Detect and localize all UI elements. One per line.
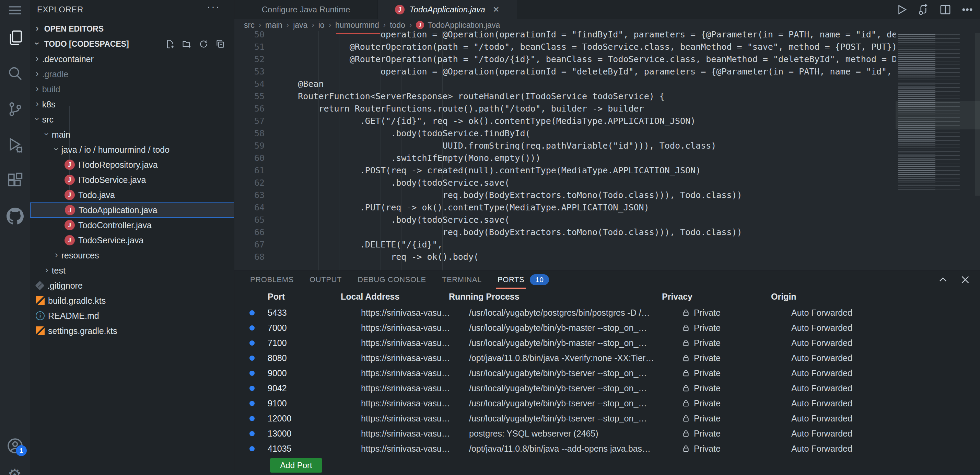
account-button[interactable]: 1 (0, 431, 30, 461)
more-actions-icon[interactable] (961, 4, 973, 16)
sidebar-item-extensions[interactable] (0, 166, 30, 196)
code-line: 57 .GET("/{id}", req -> ok().contentType… (234, 115, 980, 128)
add-port-button[interactable]: Add Port (270, 458, 322, 473)
port-row[interactable]: 9000 https://srinivasa-vasu… /usr/local/… (234, 365, 980, 381)
section-open-editors[interactable]: › OPEN EDITORS (30, 21, 234, 37)
code-line: 64 .PUT(req -> ok().contentType(MediaTyp… (234, 201, 980, 214)
tree-item-todo-java[interactable]: JTodo.java (30, 187, 234, 202)
local-address-link[interactable]: https://srinivasa-vasu… (361, 353, 469, 363)
lock-icon (682, 339, 690, 347)
tree-item-gradle[interactable]: ›.gradle (30, 67, 234, 82)
breadcrumb-item[interactable]: io (318, 21, 325, 30)
tree-item-itodorepository[interactable]: JITodoRepository.java (30, 157, 234, 172)
tab-configure-java-runtime[interactable]: Configure Java Runtime (234, 0, 378, 19)
port-row[interactable]: 7100 https://srinivasa-vasu… /usr/local/… (234, 335, 980, 351)
local-address-link[interactable]: https://srinivasa-vasu… (361, 429, 469, 438)
local-address-link[interactable]: https://srinivasa-vasu… (361, 308, 469, 318)
new-folder-icon[interactable] (182, 40, 191, 49)
port-status-dot (250, 325, 255, 330)
refresh-icon[interactable] (199, 40, 208, 49)
tree-item-build-gradle[interactable]: build.gradle.kts (30, 293, 234, 308)
explorer-sidebar: EXPLORER ··· › OPEN EDITORS › TODO [CODE… (30, 0, 234, 475)
scrollbar[interactable] (975, 33, 980, 196)
port-row[interactable]: 13000 https://srinivasa-vasu… postgres: … (234, 426, 980, 441)
sidebar-item-github[interactable] (0, 201, 30, 231)
port-row[interactable]: 12000 https://srinivasa-vasu… /usr/local… (234, 411, 980, 426)
new-file-icon[interactable] (165, 40, 175, 49)
minimap-slider[interactable] (896, 101, 980, 129)
github-icon (6, 208, 24, 225)
port-row[interactable]: 7000 https://srinivasa-vasu… /usr/local/… (234, 320, 980, 335)
port-row[interactable]: 9100 https://srinivasa-vasu… /usr/local/… (234, 396, 980, 411)
tree-item-readme[interactable]: iREADME.md (30, 308, 234, 323)
sidebar-item-run-debug[interactable] (0, 130, 30, 160)
local-address-link[interactable]: https://srinivasa-vasu… (361, 383, 469, 393)
hamburger-icon (7, 2, 23, 18)
tree-item-k8s[interactable]: ›k8s (30, 97, 234, 112)
code-line: 56 return RouterFunctions.route().path("… (234, 103, 980, 115)
code-line: 62 .body(todoService.save( (234, 177, 980, 189)
close-panel-icon[interactable] (960, 274, 970, 285)
tree-item-settings-gradle[interactable]: settings.gradle.kts (30, 323, 234, 338)
split-editor-icon[interactable] (940, 4, 951, 16)
menu-button[interactable] (0, 0, 30, 26)
local-address-link[interactable]: https://srinivasa-vasu… (361, 444, 469, 454)
chevron-down-icon: › (32, 42, 43, 45)
port-row[interactable]: 8080 https://srinivasa-vasu… /opt/java/1… (234, 351, 980, 365)
tree-item-java-package[interactable]: ›java / io / humourmind / todo (30, 142, 234, 157)
breadcrumb-item[interactable]: main (265, 21, 282, 30)
breadcrumb-item[interactable]: todo (390, 21, 405, 30)
code-lines: 50 operation = @Operation(operationId = … (234, 31, 980, 263)
breadcrumb-item-file[interactable]: JTodoApplication.java (416, 21, 500, 30)
local-address-link[interactable]: https://srinivasa-vasu… (361, 398, 469, 408)
panel-tab-output[interactable]: OUTPUT (310, 275, 342, 284)
close-tab-icon[interactable]: ✕ (493, 5, 500, 14)
port-row[interactable]: 41035 https://srinivasa-vasu… /opt/java/… (234, 441, 980, 456)
tree-item-resources[interactable]: ›resources (30, 248, 234, 263)
tree-item-src[interactable]: ›src (30, 112, 234, 127)
port-row[interactable]: 9042 https://srinivasa-vasu… /usr/local/… (234, 381, 980, 396)
section-project-root[interactable]: › TODO [CODESPACES] (30, 37, 234, 51)
tree-item-todocontroller[interactable]: JTodoController.java (30, 218, 234, 233)
local-address-link[interactable]: https://srinivasa-vasu… (361, 323, 469, 333)
panel-tab-terminal[interactable]: TERMINAL (442, 275, 482, 284)
search-icon (7, 65, 23, 82)
tree-item-itodoservice[interactable]: JITodoService.java (30, 172, 234, 187)
panel-tab-problems[interactable]: PROBLEMS (250, 275, 294, 284)
maximize-panel-icon[interactable] (937, 274, 948, 285)
tree-item-todoapplication-selected[interactable]: JTodoApplication.java (30, 202, 234, 218)
minimap[interactable] (896, 31, 980, 271)
sidebar-item-search[interactable] (0, 58, 30, 89)
lock-icon (682, 414, 690, 422)
sidebar-item-explorer[interactable] (0, 23, 30, 53)
local-address-link[interactable]: https://srinivasa-vasu… (361, 338, 469, 348)
tree-item-build[interactable]: ›build (30, 82, 234, 97)
tree-item-test[interactable]: ›test (30, 263, 234, 278)
local-address-link[interactable]: https://srinivasa-vasu… (361, 414, 469, 424)
collapse-all-icon[interactable] (216, 40, 225, 49)
explorer-more-actions-icon[interactable]: ··· (207, 1, 220, 12)
panel-tab-debug-console[interactable]: DEBUG CONSOLE (358, 275, 426, 284)
lock-icon (682, 384, 690, 392)
code-editor[interactable]: 50 operation = @Operation(operationId = … (234, 31, 980, 271)
explorer-title: EXPLORER (37, 5, 83, 14)
local-address-link[interactable]: https://srinivasa-vasu… (361, 368, 469, 378)
tree-item-gitignore[interactable]: .gitignore (30, 278, 234, 293)
panel-tab-ports[interactable]: PORTS10 (498, 274, 549, 285)
tab-todoapplication[interactable]: J TodoApplication.java ✕ (378, 0, 517, 19)
run-icon[interactable] (896, 4, 907, 16)
compare-changes-icon[interactable] (918, 4, 929, 16)
breadcrumb-item[interactable]: java (293, 21, 307, 30)
tree-item-todoservice[interactable]: JTodoService.java (30, 233, 234, 248)
breadcrumb-item[interactable]: src (244, 21, 255, 30)
sidebar-item-source-control[interactable] (0, 94, 30, 124)
port-status-dot (250, 446, 255, 451)
tree-item-main[interactable]: ›main (30, 127, 234, 142)
settings-gear-icon[interactable]: ⚙ (8, 465, 22, 475)
port-row[interactable]: 5433 https://srinivasa-vasu… /usr/local/… (234, 305, 980, 320)
breadcrumb-item[interactable]: humourmind (335, 21, 379, 30)
code-line: 59 UUID.fromString(req.pathVariable("id"… (234, 140, 980, 152)
code-line: 54 @Bean (234, 78, 980, 90)
code-line: 67 .DELETE("/{id}", (234, 239, 980, 251)
tree-item-devcontainer[interactable]: ›.devcontainer (30, 51, 234, 67)
